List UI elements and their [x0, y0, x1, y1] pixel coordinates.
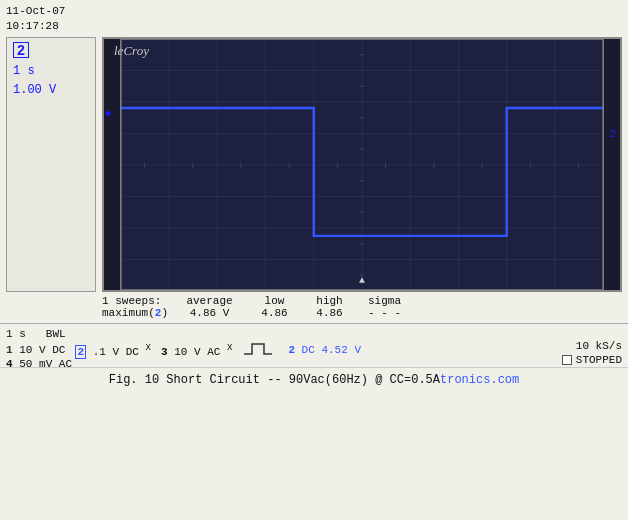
- oscilloscope-display: leCroy ▶ 2 ▲: [102, 37, 622, 292]
- ch4-entry: 4 50 mV AC: [6, 358, 72, 370]
- ch4-volt: 50: [19, 358, 39, 370]
- scope-area: 2 1 s 1.00 V leCroy ▶ 2 ▲: [0, 37, 628, 292]
- ch2-coupling: DC: [126, 346, 139, 358]
- time-setting: 1 s: [6, 328, 26, 340]
- ch3-volt: 10: [174, 346, 194, 358]
- channel-marker-right: 2: [610, 129, 616, 140]
- stopped-label: STOPPED: [576, 354, 622, 366]
- ch3-entry: 3 10 V AC X: [161, 343, 232, 358]
- ch4-unit: mV: [39, 358, 52, 370]
- bwl-label: BWL: [46, 328, 66, 340]
- ch2-volt: .1: [93, 346, 113, 358]
- ch3-unit: V: [194, 346, 201, 358]
- ch3-num: 3: [161, 346, 168, 358]
- bottom-row1: 1 s BWL: [6, 328, 622, 340]
- trigger-arrow: ▶: [106, 107, 112, 119]
- pulse-symbol: [244, 342, 272, 359]
- sigma-value: - - -: [357, 307, 412, 319]
- ch2-dc-value: 2 DC 4.52 V: [288, 344, 361, 356]
- date-label: 11-Oct-07: [6, 4, 65, 19]
- high-value: 4.86: [302, 307, 357, 319]
- stopped-row: STOPPED: [562, 354, 622, 366]
- stats-header-row: 1 sweeps: average low high sigma: [6, 295, 622, 307]
- ch2-unit: V: [112, 346, 119, 358]
- ch2-num: 2: [75, 345, 86, 359]
- channel-info-box: 2 1 s 1.00 V: [6, 37, 96, 292]
- volt-scale: 1.00 V: [13, 81, 89, 100]
- low-label: low: [247, 295, 302, 307]
- ch3-extra: X: [227, 343, 232, 353]
- average-label: average: [172, 295, 247, 307]
- ch2-dc-ch: 2: [288, 344, 295, 356]
- ch3-coupling: AC: [207, 346, 220, 358]
- sweeps-label: 1 sweeps:: [102, 295, 172, 307]
- caption-suffix: tronics.com: [440, 373, 519, 387]
- time-label: 10:17:28: [6, 19, 65, 34]
- bottom-section: 1 s BWL 1 10 V DC 2 .1 V DC X 3 10 V AC …: [0, 323, 628, 361]
- stats-values-row: maximum(2) 4.86 V 4.86 4.86 - - -: [6, 307, 622, 319]
- date-time-display: 11-Oct-07 10:17:28: [6, 4, 65, 35]
- ch1-num: 1: [6, 344, 13, 356]
- caption-text: Fig. 10 Short Circuit -- 90Vac(60Hz) @ C…: [109, 373, 440, 387]
- high-label: high: [302, 295, 357, 307]
- average-value: 4.86 V: [172, 307, 247, 319]
- bottom-row2: 1 10 V DC 2 .1 V DC X 3 10 V AC X: [6, 342, 622, 359]
- sample-rate: 10 kS/s: [562, 340, 622, 352]
- ch2-dc-label: DC 4.52 V: [302, 344, 361, 356]
- channel-number: 2: [13, 42, 29, 58]
- ch4-num: 4: [6, 358, 13, 370]
- ch2-entry: 2 .1 V DC X: [75, 343, 150, 358]
- ch1-unit: V: [39, 344, 46, 356]
- ch2-extra: X: [146, 343, 151, 353]
- time-scale: 1 s: [13, 62, 89, 81]
- stopped-checkbox[interactable]: [562, 355, 572, 365]
- ch1-coupling: DC: [52, 344, 65, 356]
- ch4-coupling: AC: [59, 358, 72, 370]
- lecroy-brand: leCroy: [114, 43, 149, 59]
- bottom-arrow: ▲: [359, 275, 365, 286]
- ch1-volt: 10: [19, 344, 39, 356]
- scope-svg: [104, 39, 620, 290]
- stats-section: 1 sweeps: average low high sigma maximum…: [0, 292, 628, 319]
- sigma-label: sigma: [357, 295, 412, 307]
- caption-bar: Fig. 10 Short Circuit -- 90Vac(60Hz) @ C…: [0, 367, 628, 389]
- ch1-entry: 1 10 V DC: [6, 344, 65, 356]
- low-value: 4.86: [247, 307, 302, 319]
- right-status: 10 kS/s STOPPED: [562, 340, 622, 366]
- maximum-label: maximum(2): [102, 307, 172, 319]
